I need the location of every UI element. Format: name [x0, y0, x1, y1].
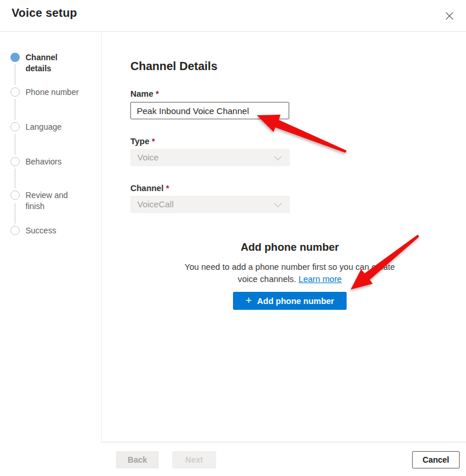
chevron-down-icon	[274, 200, 282, 207]
step-connector	[14, 134, 16, 155]
type-dropdown-value: Voice	[137, 152, 159, 162]
plus-icon: +	[245, 295, 252, 306]
type-field-label: Type*	[130, 137, 155, 146]
channel-dropdown[interactable]: VoiceCall	[130, 196, 290, 213]
add-phone-section: Add phone number You need to add a phone…	[130, 241, 449, 310]
type-dropdown[interactable]: Voice	[130, 149, 290, 166]
next-button[interactable]: Next	[172, 451, 216, 468]
add-phone-number-button[interactable]: + Add phone number	[233, 292, 346, 310]
step-connector	[14, 203, 16, 224]
close-icon	[445, 12, 454, 20]
channel-dropdown-value: VoiceCall	[137, 199, 174, 209]
annotation-arrow-name-field	[257, 115, 347, 153]
add-phone-description: You need to add a phone number first so …	[130, 261, 449, 285]
step-label: Behaviors	[26, 156, 81, 167]
step-dot	[10, 191, 20, 200]
voice-setup-dialog: Voice setup Channel details Phone number…	[0, 0, 466, 476]
step-label: Success	[26, 225, 81, 236]
close-button[interactable]	[440, 7, 458, 24]
step-active-dot	[10, 53, 20, 62]
dialog-header: Voice setup	[0, 0, 466, 32]
step-label: Language	[26, 122, 81, 133]
step-dot	[10, 226, 20, 235]
step-connector	[14, 99, 16, 120]
step-connector	[14, 64, 16, 85]
cancel-button[interactable]: Cancel	[412, 451, 460, 468]
required-marker: *	[166, 184, 169, 193]
page-title: Channel Details	[130, 60, 217, 73]
step-dot	[10, 157, 20, 166]
back-button[interactable]: Back	[116, 451, 159, 468]
dialog-title: Voice setup	[12, 6, 77, 20]
required-marker: *	[152, 137, 155, 146]
step-label: Review and finish	[26, 190, 81, 212]
dialog-footer: Back Next Cancel	[101, 442, 466, 476]
channel-field-label: Channel*	[130, 184, 169, 193]
chevron-down-icon	[274, 153, 282, 160]
learn-more-link[interactable]: Learn more	[298, 274, 342, 284]
step-dot	[10, 122, 20, 131]
wizard-steps-sidebar: Channel details Phone number Language Be…	[0, 32, 102, 442]
step-label: Phone number	[26, 87, 81, 98]
required-marker: *	[156, 89, 159, 98]
step-dot	[10, 87, 20, 97]
step-label: Channel details	[26, 52, 81, 74]
step-connector	[14, 169, 16, 188]
add-phone-heading: Add phone number	[130, 241, 449, 254]
name-input[interactable]	[130, 102, 289, 119]
name-field-label: Name*	[130, 89, 159, 98]
